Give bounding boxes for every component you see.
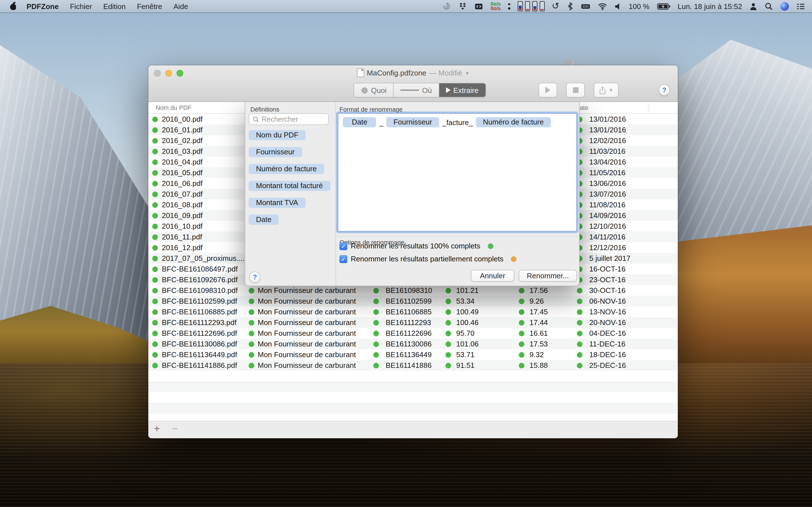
definition-chip[interactable]: Date [249, 215, 279, 225]
definition-chip[interactable]: Nom du PDF [249, 130, 306, 140]
column-divider[interactable] [648, 103, 649, 112]
cell-tva: 17.45 [529, 307, 548, 316]
cell-name: 2016_11.pdf [162, 233, 202, 241]
definition-chip[interactable]: Numéro de facture [249, 164, 324, 174]
window-title: MaConfig.pdfzone — Modifié ▼ [148, 68, 678, 77]
table-row[interactable]: BFC-BE161112293.pdfMon Fournisseur de ca… [148, 317, 678, 328]
cpu-meters-icon[interactable] [517, 1, 545, 11]
cell-montant: 101.21 [456, 286, 479, 295]
status-dot-green [577, 320, 582, 325]
cell-montant: 100.49 [456, 307, 479, 316]
status-dot-green [152, 149, 158, 154]
volume-icon[interactable] [615, 1, 621, 11]
cell-date: 13/07/2016 [589, 190, 626, 198]
stop-button[interactable] [566, 83, 585, 98]
rename-button[interactable]: Renommer... [519, 270, 577, 282]
cell-name: BFC-BE161086497.pdf [162, 265, 238, 273]
add-row-button[interactable]: + [154, 423, 160, 435]
format-token-chip[interactable]: Date [343, 117, 376, 127]
checkbox-label: Renommer les résultats 100% complets [351, 242, 480, 250]
window-help-button[interactable]: ? [659, 84, 670, 96]
status-dot-green [249, 330, 254, 336]
table-row[interactable]: BFC-BE161136449.pdfMon Fournisseur de ca… [148, 349, 678, 360]
display-menu-icon[interactable] [474, 1, 483, 11]
wifi-icon[interactable] [598, 1, 607, 11]
battery-charging-icon[interactable] [657, 1, 670, 11]
table-row[interactable]: BFC-BE161130086.pdfMon Fournisseur de ca… [148, 339, 678, 349]
cell-name: BFC-BE161136449.pdf [162, 350, 237, 359]
format-token-text[interactable]: _facture_ [442, 118, 473, 126]
menu-item-aide[interactable]: Aide [173, 2, 188, 10]
cell-date: 12/12/2016 [589, 243, 626, 252]
table-row[interactable]: BFC-BE161122696.pdfMon Fournisseur de ca… [148, 328, 678, 339]
cell-name: 2016_02.pdf [162, 136, 203, 145]
time-machine-icon[interactable]: ↺ [552, 1, 559, 11]
table-row-empty [148, 403, 678, 413]
dropbox-icon[interactable] [458, 1, 467, 11]
network-speed-indicator[interactable]: 0o/s 0o/s [491, 2, 501, 11]
status-dot-green [373, 298, 379, 304]
tab-quoi[interactable]: Quoi [354, 83, 394, 97]
status-dot-green [373, 352, 379, 357]
search-placeholder: Rechercher [262, 115, 298, 123]
checkbox-checked[interactable]: ✓ [340, 255, 347, 263]
keyboard-battery-icon[interactable] [581, 1, 591, 11]
cancel-button[interactable]: Annuler [471, 270, 514, 282]
status-dot-green [152, 288, 158, 293]
title-chevron-icon[interactable]: ▼ [465, 71, 469, 76]
share-button[interactable]: ▼ [594, 83, 619, 98]
format-token-chip[interactable]: Fournisseur [386, 117, 439, 127]
table-row[interactable]: BFC-BE161141886.pdfMon Fournisseur de ca… [148, 360, 678, 371]
cell-fournisseur: Mon Fournisseur de carburant [258, 340, 356, 348]
cell-name: BFC-BE161106885.pdf [162, 307, 237, 316]
remove-row-button[interactable]: − [172, 423, 178, 435]
menu-item-edition[interactable]: Edition [103, 2, 126, 10]
table-row-empty [148, 371, 678, 381]
tab-ou[interactable]: Où [394, 83, 439, 97]
cell-numero: BE161098310 [386, 286, 432, 295]
format-token-chip[interactable]: Numéro de facture [476, 117, 551, 127]
menu-item-fichier[interactable]: Fichier [70, 2, 92, 10]
definition-chip[interactable]: Montant total facturé [249, 181, 330, 191]
status-dot-green [152, 234, 158, 240]
menu-app-name[interactable]: PDFZone [27, 2, 59, 10]
table-row[interactable]: BFC-BE161106885.pdfMon Fournisseur de ca… [148, 306, 678, 317]
window-titlebar[interactable]: MaConfig.pdfzone — Modifié ▼ Quoi Où [148, 65, 678, 102]
run-button[interactable] [539, 83, 557, 98]
checkbox-label: Renommer les résultats partiellement com… [351, 255, 504, 263]
rename-format-editor[interactable]: Date_Fournisseur_facture_Numéro de factu… [338, 113, 577, 231]
bluetooth-icon[interactable] [567, 1, 573, 11]
status-dot-green [373, 288, 379, 293]
format-token-text[interactable]: _ [379, 118, 383, 126]
table-row[interactable]: BFC-BE161098310.pdfMon Fournisseur de ca… [148, 285, 678, 296]
apple-menu-icon[interactable] [9, 2, 17, 10]
bartender-dots-icon[interactable] [508, 3, 510, 9]
cell-montant: 53.34 [456, 297, 474, 305]
cell-date: 11/08/2016 [589, 201, 625, 209]
cell-montant: 100.46 [456, 318, 479, 327]
modified-label: — Modifié [429, 68, 462, 77]
table-row[interactable]: BFC-BE161102599.pdfMon Fournisseur de ca… [148, 296, 678, 306]
menu-item-fenêtre[interactable]: Fenêtre [137, 2, 162, 10]
status-dot-green [152, 298, 158, 304]
search-input[interactable]: Rechercher [249, 113, 329, 125]
checkbox-checked[interactable]: ✓ [340, 242, 347, 250]
spiral-app-icon[interactable] [442, 1, 451, 11]
tab-extraire[interactable]: Extraire [439, 83, 486, 97]
status-dot-green [373, 320, 379, 325]
menu-bar-status-area: 0o/s 0o/s ↺ 100 % [442, 1, 805, 11]
status-dot-green [577, 330, 582, 336]
siri-icon[interactable] [780, 2, 789, 10]
definition-chip[interactable]: Montant TVA [249, 198, 305, 208]
cell-fournisseur: Mon Fournisseur de carburant [258, 297, 356, 305]
spotlight-search-icon[interactable] [765, 1, 773, 11]
sheet-help-button[interactable]: ? [249, 272, 260, 283]
definition-chip[interactable]: Fournisseur [249, 147, 302, 157]
fast-user-switch-icon[interactable] [749, 1, 757, 11]
cell-tva: 17.56 [529, 286, 548, 295]
notification-center-icon[interactable] [796, 1, 805, 11]
column-header-nom-du-pdf[interactable]: Nom du PDF [156, 104, 192, 111]
cell-name: 2016_03.pdf [162, 147, 203, 156]
table-row-empty [148, 381, 678, 392]
menu-bar-clock[interactable]: Lun. 18 juin à 15:52 [678, 2, 742, 10]
